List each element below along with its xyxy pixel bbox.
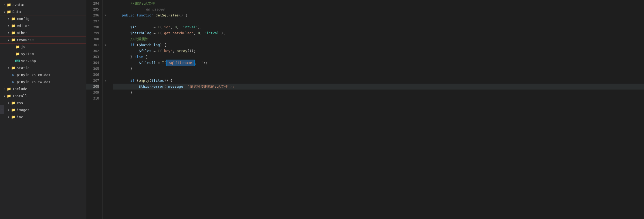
fold-arrow-301[interactable]: ∨ [103,42,108,48]
line-num-300: 300 [86,36,99,42]
folder-arrow-Install[interactable]: ∨ [2,94,6,97]
token-301: ) { [160,42,166,48]
tree-item-avatar[interactable]: ›📁avatar [0,1,86,8]
token-308: '); [228,84,234,90]
token-299: , [194,30,198,36]
code-content[interactable]: //删除sql文件no usages public function delSq… [108,0,644,219]
tree-item-static[interactable]: ›📁static [0,64,86,71]
folder-label-images: images [17,108,29,112]
file-label-pinyin-zh-tw.dat: pinyin-zh-tw.dat [17,80,50,84]
token-307: ( [134,78,139,84]
folder-label-Install: Install [12,94,27,98]
token-303: { [143,54,147,60]
code-line-305: } [113,66,644,72]
token-294 [113,1,130,6]
token-294: //删除sql文件 [130,1,155,6]
token-296: function [137,12,154,18]
token-307 [113,78,130,84]
dat-icon: ⊞ [11,73,16,77]
line-num-305: 305 [86,66,99,72]
token-299: 'intval' [204,30,221,36]
tree-item-Data[interactable]: ∨📁Data [0,8,86,15]
folder-arrow-images[interactable]: › [6,108,11,111]
token-304: $files[] [139,60,156,66]
tree-item-js[interactable]: ›📁js [0,43,86,50]
tree-item-system[interactable]: ›📁system [0,50,86,57]
token-298: , [177,24,181,30]
tree-item-editor[interactable]: ›📁editor [0,22,86,29]
folder-arrow-css[interactable]: › [6,101,11,104]
tree-item-resource[interactable]: ∨📁resource [0,36,86,43]
php-badge-icon: php [15,59,20,62]
tree-item-other[interactable]: ›📁other [0,29,86,36]
fold-arrow-299 [103,30,108,36]
folder-arrow-avatar[interactable]: › [2,3,6,6]
tree-item-Include[interactable]: ›📁Include [0,85,86,92]
folder-arrow-static[interactable]: › [6,66,11,69]
file-label-pinyin-zh-cn.dat: pinyin-zh-cn.dat [17,73,50,77]
tree-item-css[interactable]: ›📁css [0,99,86,106]
folder-icon-inc: 📁 [11,115,16,119]
token-308 [113,84,139,90]
code-line-299: $batchFlag = I('get.batchFlag', 0, 'intv… [113,30,644,36]
line-num-299: 299 [86,30,99,36]
tree-item-images[interactable]: ›📁images [0,106,86,113]
fold-arrow-295 [103,6,108,12]
fold-arrow-297 [103,18,108,24]
token-304: ); [203,60,208,66]
folder-arrow-js[interactable]: › [11,45,15,48]
folder-icon-Data: 📁 [6,10,11,14]
folder-arrow-editor[interactable]: › [6,24,11,27]
folder-arrow-Data[interactable]: ∨ [2,10,6,13]
folder-label-Data: Data [12,10,21,14]
line-num-297: 297 [86,18,99,24]
folder-arrow-Include[interactable]: › [2,87,6,90]
token-304: = [156,60,162,66]
fold-arrow-307[interactable]: ∨ [103,78,108,84]
folder-arrow-inc[interactable]: › [6,115,11,118]
code-line-308: $this->error( message: '请选择要删除的sql文件'); [113,84,644,90]
token-307: )) { [164,78,172,84]
tree-item-ver.php[interactable]: phpver.php [0,57,86,64]
fold-arrow-305 [103,66,108,72]
tree-item-config[interactable]: ›📁config [0,15,86,22]
folder-icon-static: 📁 [11,66,16,70]
token-300: //批量删除 [130,36,149,42]
folder-arrow-config[interactable]: › [6,17,11,20]
fold-arrow-296[interactable]: ∨ [103,12,108,18]
token-307: $files [151,78,164,84]
tree-item-pinyin-zh-tw.dat[interactable]: ⊞pinyin-zh-tw.dat [0,78,86,85]
token-299: I [158,30,160,36]
token-308: $this->error [139,84,164,90]
sidebar-toggle-button[interactable]: › [0,105,4,114]
code-line-301: if ($batchFlag) { [113,42,644,48]
folder-label-system: system [21,52,34,56]
tree-item-pinyin-zh-cn.dat[interactable]: ⊞pinyin-zh-cn.dat [0,71,86,78]
fold-arrow-303 [103,54,108,60]
line-num-298: 298 [86,24,99,30]
token-298: 0 [175,24,177,30]
folder-arrow-other[interactable]: › [6,31,11,34]
tree-item-inc[interactable]: ›📁inc [0,113,86,120]
fold-arrow-298 [103,24,108,30]
token-304 [113,60,139,66]
line-num-308: 308 [86,84,99,90]
folder-label-js: js [21,45,25,49]
fold-arrow-306 [103,72,108,78]
token-296: public [122,12,134,18]
token-299: $batchFlag [113,30,151,36]
token-298: , [170,24,175,30]
token-301: $batchFlag [139,42,160,48]
folder-arrow-resource[interactable]: ∨ [6,38,11,41]
token-304: 'sqlfilename' [166,60,195,66]
sidebar-toggle-icon: › [1,108,3,111]
folder-icon-avatar: 📁 [6,3,11,7]
folder-label-resource: resource [17,38,34,42]
token-296 [154,12,156,18]
token-299: 0 [198,30,200,36]
code-line-298: $id = I('id', 0, 'intval'); [113,24,644,30]
tree-item-Install[interactable]: ∨📁Install [0,92,86,99]
line-num-301: 301 [86,42,99,48]
token-304: ( [164,60,166,66]
folder-arrow-system[interactable]: › [11,52,15,55]
